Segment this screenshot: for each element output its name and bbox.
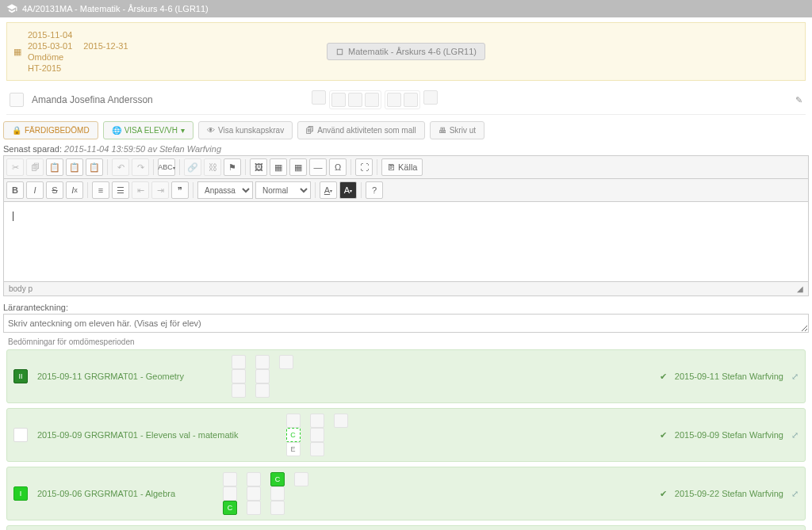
assessment-grades xyxy=(232,355,293,398)
anchor-icon[interactable]: ⚑ xyxy=(224,158,241,176)
grade-box[interactable] xyxy=(387,93,401,107)
table-icon[interactable]: ▦ xyxy=(289,158,307,176)
use-as-template-button[interactable]: 🗐 Använd aktiviteten som mall xyxy=(297,121,425,139)
ol-icon[interactable]: ≡ xyxy=(92,181,109,199)
strike-icon[interactable]: S xyxy=(46,181,63,199)
grade-box[interactable] xyxy=(286,414,301,428)
grade-box[interactable] xyxy=(247,472,261,486)
copy-icon[interactable]: 🗐 xyxy=(26,158,44,176)
paste-icon[interactable]: 📋 xyxy=(46,158,63,176)
editor-content[interactable]: | xyxy=(4,202,808,281)
grade-box[interactable] xyxy=(404,93,418,107)
grade-box[interactable] xyxy=(312,90,326,105)
show-student-button[interactable]: 🌐 VISA ELEV/VH ▾ xyxy=(103,121,193,139)
assessment-item[interactable]: 2015-09-09 GRGRMAT01 - Elevens val - mat… xyxy=(6,408,806,462)
grade-box[interactable] xyxy=(331,93,346,107)
grade-box[interactable] xyxy=(255,383,270,398)
bg-color-icon[interactable]: A▾ xyxy=(339,181,357,199)
paste-word-icon[interactable]: 📋 xyxy=(86,158,103,176)
grade-box[interactable] xyxy=(270,501,285,515)
grade-box[interactable] xyxy=(310,414,324,428)
print-button[interactable]: 🖶 Skriv ut xyxy=(430,121,485,139)
grade-box[interactable] xyxy=(310,442,324,456)
special-char-icon[interactable]: Ω xyxy=(329,158,347,176)
resize-handle[interactable]: ◢ xyxy=(797,284,803,293)
grade-box[interactable] xyxy=(365,93,379,107)
graduation-cap-icon xyxy=(6,3,17,14)
spellcheck-icon[interactable]: ABC▾ xyxy=(158,158,175,176)
flash-icon[interactable]: ▦ xyxy=(270,158,287,176)
expand-icon[interactable]: ⤢ xyxy=(791,430,799,440)
lock-icon: 🔒 xyxy=(12,126,21,135)
source-button[interactable]: 🖹Källa xyxy=(381,158,423,176)
text-color-icon[interactable]: A▾ xyxy=(320,181,337,199)
student-row: Amanda Josefina Andersson ✎ xyxy=(6,86,806,115)
grade-box[interactable] xyxy=(223,472,237,486)
blockquote-icon[interactable]: ❞ xyxy=(171,181,189,199)
caret-down-icon: ▾ xyxy=(181,126,185,135)
assessment-grades: CC xyxy=(223,472,308,515)
breadcrumb: 4A/20131MA - Matematik - Årskurs 4-6 (LG… xyxy=(0,0,812,17)
maximize-icon[interactable]: ⛶ xyxy=(355,158,373,176)
done-button[interactable]: 🔒 FÄRDIGBEDÖMD xyxy=(3,121,98,139)
redo-icon[interactable]: ↷ xyxy=(132,158,149,176)
grade-box[interactable] xyxy=(247,501,261,515)
student-checkbox[interactable] xyxy=(10,93,24,107)
assessment-item[interactable]: II2015-09-11 GRGRMAT01 - Geometry✔2015-0… xyxy=(6,349,806,403)
teacher-note-input[interactable] xyxy=(3,314,809,333)
format-select[interactable]: Normal xyxy=(255,181,311,199)
italic-icon[interactable]: I xyxy=(26,181,44,199)
calendar-icon: ▦ xyxy=(13,47,21,57)
grade-box[interactable]: C xyxy=(223,501,237,515)
grade-box[interactable] xyxy=(223,486,237,501)
grade-box[interactable] xyxy=(255,355,270,369)
show-requirements-button[interactable]: 👁 Visa kunskapskrav xyxy=(198,121,293,139)
grade-box[interactable] xyxy=(279,355,293,369)
grade-box[interactable] xyxy=(334,414,348,428)
grade-box[interactable] xyxy=(232,369,246,383)
grade-box[interactable] xyxy=(270,486,285,501)
grade-box[interactable] xyxy=(232,355,246,369)
paste-text-icon[interactable]: 📋 xyxy=(66,158,83,176)
link-icon[interactable]: 🔗 xyxy=(184,158,201,176)
grade-box[interactable] xyxy=(310,428,324,442)
undo-icon[interactable]: ↶ xyxy=(112,158,129,176)
grade-box[interactable] xyxy=(348,93,362,107)
grade-box[interactable]: C xyxy=(270,472,285,486)
grade-box[interactable] xyxy=(232,383,246,398)
assessment-grades: CE xyxy=(286,414,348,456)
assessments-title: Bedömningar för omdömesperioden xyxy=(8,337,806,346)
outdent-icon[interactable]: ⇤ xyxy=(132,181,149,199)
info-dates: 2015-11-04 2015-03-012015-12-31 Omdöme H… xyxy=(28,29,128,74)
grade-box[interactable]: C xyxy=(286,428,301,442)
image-icon[interactable]: 🖼 xyxy=(250,158,267,176)
hr-icon[interactable]: — xyxy=(309,158,327,176)
action-toolbar: 🔒 FÄRDIGBEDÖMD 🌐 VISA ELEV/VH ▾ 👁 Visa k… xyxy=(3,121,812,139)
edit-icon[interactable]: ✎ xyxy=(795,95,802,105)
grade-box[interactable] xyxy=(255,369,270,383)
bold-icon[interactable]: B xyxy=(6,181,24,199)
indent-icon[interactable]: ⇥ xyxy=(151,181,169,199)
help-icon[interactable]: ? xyxy=(366,181,383,199)
check-icon: ✔ xyxy=(660,489,667,499)
remove-format-icon[interactable]: Ix xyxy=(66,181,83,199)
grade-box[interactable] xyxy=(294,472,308,486)
cut-icon[interactable]: ✂ xyxy=(6,158,24,176)
assessment-meta: ✔2015-09-11 Stefan Warfving⤢ xyxy=(660,372,799,382)
editor-path: body p xyxy=(9,284,33,293)
grade-box[interactable] xyxy=(247,486,261,501)
student-grade-boxes xyxy=(312,90,438,109)
assessment-badge: II xyxy=(13,369,28,383)
ul-icon[interactable]: ☰ xyxy=(112,181,129,199)
expand-icon[interactable]: ⤢ xyxy=(791,372,799,382)
grade-box[interactable]: E xyxy=(286,442,301,456)
book-icon xyxy=(335,48,344,56)
grade-box[interactable] xyxy=(423,90,438,105)
unlink-icon[interactable]: ⛓ xyxy=(204,158,221,176)
assessment-item[interactable]: I2015-09-06 GRGRMAT01 - AlgebraCC✔2015-0… xyxy=(6,467,806,520)
expand-icon[interactable]: ⤢ xyxy=(791,489,799,499)
styles-select[interactable]: Anpassa... xyxy=(197,181,253,199)
subject-badge: Matematik - Årskurs 4-6 (LGR11) xyxy=(327,43,485,60)
check-icon: ✔ xyxy=(660,430,667,440)
assessment-item[interactable]: II2015-09-01 GRGRMAT01 - Tal och räkning… xyxy=(6,525,806,530)
